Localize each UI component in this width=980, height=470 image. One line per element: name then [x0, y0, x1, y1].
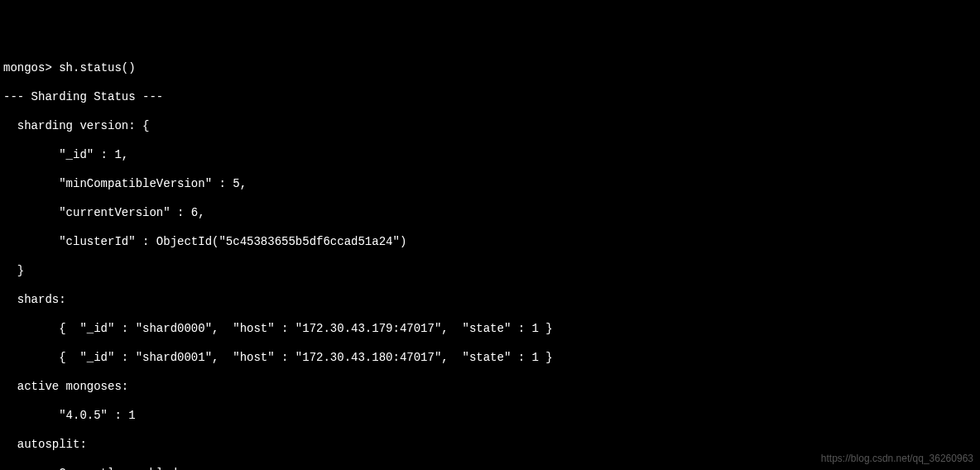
command-input: sh.status() — [59, 61, 135, 74]
active-mongoses-version: "4.0.5" : 1 — [3, 409, 977, 424]
autosplit-enabled: Currently enabled: yes — [3, 467, 977, 470]
sharding-version-id: "_id" : 1, — [3, 148, 977, 163]
sharding-version-open: sharding version: { — [3, 119, 977, 134]
sharding-version-mincompat: "minCompatibleVersion" : 5, — [3, 177, 977, 192]
sharding-version-clusterid: "clusterId" : ObjectId("5c45383655b5df6c… — [3, 235, 977, 250]
shards-label: shards: — [3, 293, 977, 308]
watermark-text: https://blog.csdn.net/qq_36260963 — [821, 453, 973, 465]
prompt-line[interactable]: mongos> sh.status() — [3, 61, 977, 76]
autosplit-label: autosplit: — [3, 438, 977, 453]
shard-entry-0: { "_id" : "shard0000", "host" : "172.30.… — [3, 322, 977, 337]
shard-entry-1: { "_id" : "shard0001", "host" : "172.30.… — [3, 351, 977, 366]
active-mongoses-label: active mongoses: — [3, 380, 977, 395]
sharding-version-current: "currentVersion" : 6, — [3, 206, 977, 221]
sharding-version-close: } — [3, 264, 977, 279]
shell-prompt: mongos> — [3, 61, 59, 74]
status-header: --- Sharding Status --- — [3, 90, 977, 105]
